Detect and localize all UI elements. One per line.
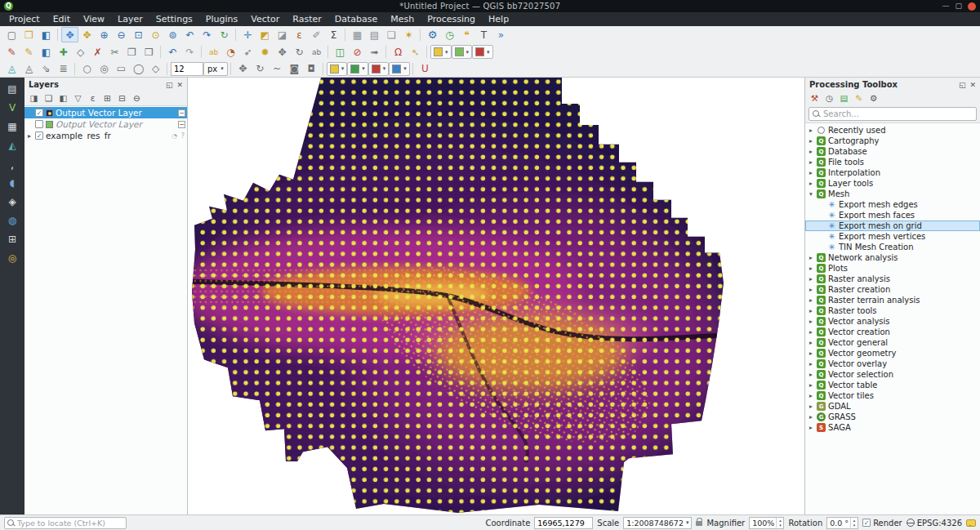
toolbox-item[interactable]: ▸GGDAL bbox=[805, 401, 980, 412]
toolbox-item[interactable]: ▸QFile tools bbox=[805, 157, 980, 167]
tree-expand-arrow[interactable]: ▸ bbox=[808, 137, 814, 145]
digitize-ellipse-icon[interactable]: ◯ bbox=[130, 61, 147, 77]
tree-expand-arrow[interactable]: ▸ bbox=[808, 413, 814, 421]
toolbox-search-input[interactable] bbox=[823, 109, 973, 118]
layer-expand-arrow[interactable]: ▸ bbox=[26, 132, 33, 140]
menu-mesh[interactable]: Mesh bbox=[384, 13, 421, 25]
attribute-table-icon[interactable]: ▦ bbox=[349, 27, 366, 42]
rotate-label-icon[interactable]: ↻ bbox=[291, 44, 308, 60]
tree-expand-arrow[interactable]: ▾ bbox=[808, 190, 814, 198]
spinner-arrows[interactable]: ▴▾ bbox=[850, 518, 858, 528]
select-features-icon[interactable]: ◩ bbox=[256, 27, 274, 42]
toolbox-item[interactable]: ▾QMesh bbox=[805, 189, 980, 199]
undo-icon[interactable]: ↶ bbox=[164, 44, 181, 60]
menu-database[interactable]: Database bbox=[328, 13, 385, 25]
panel-close-icon[interactable]: ✕ bbox=[969, 81, 976, 89]
legend-collapse-box[interactable]: − bbox=[178, 109, 185, 117]
menu-view[interactable]: View bbox=[77, 13, 111, 25]
add-group-icon[interactable]: ❏ bbox=[42, 91, 56, 105]
tree-expand-arrow[interactable]: ▸ bbox=[808, 328, 814, 336]
locate-bar[interactable] bbox=[4, 517, 127, 529]
line-style-button[interactable]: ▾ bbox=[347, 62, 368, 76]
new-project-icon[interactable]: ▢ bbox=[3, 27, 20, 42]
mesh-select-icon[interactable]: ◬ bbox=[20, 61, 38, 77]
processing-toolbox-icon[interactable]: ⚙ bbox=[424, 27, 441, 42]
lock-scale-icon[interactable] bbox=[696, 521, 702, 526]
toolbox-item[interactable]: ▸QNetwork analysis bbox=[805, 252, 980, 263]
menu-processing[interactable]: Processing bbox=[421, 13, 482, 25]
menu-edit[interactable]: Edit bbox=[47, 13, 77, 25]
add-wms-icon[interactable]: ◍ bbox=[4, 213, 20, 228]
toolbox-item[interactable]: ▸QVector analysis bbox=[805, 316, 980, 327]
add-spatialite-icon[interactable]: ◈ bbox=[4, 194, 20, 209]
tracing-icon[interactable]: ➴ bbox=[407, 44, 424, 60]
tree-expand-arrow[interactable]: ▸ bbox=[808, 360, 814, 367]
menu-vector[interactable]: Vector bbox=[244, 13, 286, 25]
filter-legend-icon[interactable]: ▽ bbox=[71, 91, 85, 105]
zoom-in-icon[interactable]: ⊕ bbox=[96, 27, 113, 42]
layer-item[interactable]: Output Vector Layer− bbox=[24, 118, 187, 130]
zoom-to-layer-icon[interactable]: ⊚ bbox=[164, 27, 181, 42]
units-combo[interactable]: px▾ bbox=[203, 62, 228, 76]
legend-collapse-box[interactable]: − bbox=[178, 121, 185, 128]
tree-expand-arrow[interactable]: ▸ bbox=[808, 339, 814, 346]
zoom-next-icon[interactable]: ↷ bbox=[198, 27, 216, 42]
toolbox-item[interactable]: ▸QPlots bbox=[805, 263, 980, 274]
toolbox-item[interactable]: ✳TIN Mesh Creation bbox=[805, 242, 980, 252]
add-wfs-icon[interactable]: ◎ bbox=[4, 251, 20, 265]
magnet-snapping-icon[interactable]: U bbox=[416, 61, 434, 77]
toolbox-item[interactable]: ▸QVector tiles bbox=[805, 390, 980, 401]
data-source-manager-icon[interactable]: ▤ bbox=[4, 82, 20, 96]
add-ring-icon[interactable]: ◙ bbox=[286, 61, 303, 77]
toolbox-item[interactable]: ▸QVector overlay bbox=[805, 359, 980, 369]
toolbox-item[interactable]: ▸QLayer tools bbox=[805, 178, 980, 189]
toolbox-item[interactable]: ▸SSAGA bbox=[805, 422, 980, 433]
pan-map-icon[interactable]: ✥ bbox=[61, 27, 78, 42]
marker-style-button[interactable]: ▾ bbox=[327, 62, 348, 76]
tree-expand-arrow[interactable]: ▸ bbox=[808, 424, 814, 431]
zoom-last-icon[interactable]: ↶ bbox=[181, 27, 198, 42]
edit-in-place-icon[interactable]: ✎ bbox=[852, 91, 866, 105]
tree-expand-arrow[interactable]: ▸ bbox=[808, 307, 814, 314]
layer-item[interactable]: ▸✓example_res_fr◔ ? bbox=[24, 130, 187, 141]
deselect-features-icon[interactable]: ◪ bbox=[274, 27, 291, 42]
fill-style-button[interactable]: ▾ bbox=[452, 45, 473, 59]
tree-expand-arrow[interactable]: ▸ bbox=[808, 286, 814, 293]
crs-status[interactable]: EPSG:4326 bbox=[906, 519, 962, 528]
toolbox-item[interactable]: ▸QCartography bbox=[805, 136, 980, 146]
save-project-icon[interactable]: ◧ bbox=[38, 27, 55, 42]
magnifier-spinbox[interactable]: 100% ▴▾ bbox=[749, 517, 784, 529]
toolbox-item[interactable]: ▸GGRASS bbox=[805, 412, 980, 422]
add-record-icon[interactable]: ✚ bbox=[55, 44, 72, 60]
stroke-style-button[interactable]: ▾ bbox=[472, 45, 493, 59]
tree-expand-arrow[interactable]: ▸ bbox=[808, 403, 814, 410]
menu-plugins[interactable]: Plugins bbox=[199, 13, 244, 25]
vertex-tool-icon[interactable]: ◇ bbox=[72, 44, 89, 60]
manage-map-themes-icon[interactable]: ◧ bbox=[56, 91, 70, 105]
toggle-editing-icon[interactable]: ✎ bbox=[20, 44, 38, 60]
layer-labeling-icon[interactable]: ab bbox=[205, 44, 222, 60]
models-icon[interactable]: ⚒ bbox=[808, 91, 822, 105]
fill-color-button[interactable]: ▾ bbox=[368, 62, 390, 76]
coordinate-input[interactable] bbox=[534, 517, 593, 529]
tree-expand-arrow[interactable]: ▸ bbox=[808, 265, 814, 272]
tree-expand-arrow[interactable]: ▸ bbox=[808, 318, 814, 325]
temporal-controller-icon[interactable]: ◷ bbox=[441, 27, 458, 42]
map-canvas[interactable] bbox=[188, 78, 804, 514]
style-manager-icon[interactable]: ✶ bbox=[400, 27, 417, 42]
copy-features-icon[interactable]: ❐ bbox=[123, 44, 140, 60]
python-console-icon[interactable]: » bbox=[492, 27, 510, 42]
identify-features-icon[interactable]: ✛ bbox=[239, 27, 256, 42]
filter-expression-icon[interactable]: ε bbox=[86, 91, 100, 105]
toolbox-item[interactable]: ✳Export mesh on grid bbox=[805, 220, 980, 231]
open-project-icon[interactable]: ❐ bbox=[20, 27, 38, 42]
simplify-feature-icon[interactable]: ~ bbox=[269, 61, 286, 77]
messages-icon[interactable] bbox=[966, 519, 976, 527]
tree-expand-arrow[interactable]: ▸ bbox=[808, 254, 814, 261]
tree-expand-arrow[interactable]: ▸ bbox=[808, 381, 814, 389]
rotate-feature-icon[interactable]: ↻ bbox=[252, 61, 269, 77]
labels-style-button[interactable]: ▾ bbox=[430, 45, 452, 59]
results-viewer-icon[interactable]: ▤ bbox=[837, 91, 851, 105]
rotation-spinbox[interactable]: 0.0 ° ▴▾ bbox=[826, 517, 858, 529]
panel-close-icon[interactable]: ✕ bbox=[176, 81, 183, 89]
